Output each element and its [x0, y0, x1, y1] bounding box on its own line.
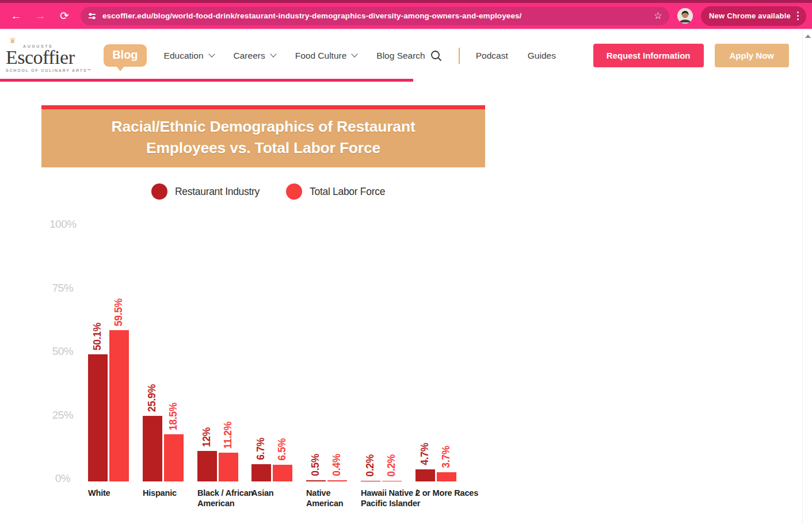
new-chrome-label: New Chrome available — [709, 12, 791, 20]
legend-dot — [151, 183, 167, 200]
chevron-down-icon — [270, 51, 276, 57]
browser-toolbar: ← → ⟳ escoffier.edu/blog/world-food-drin… — [0, 3, 812, 29]
nav-item-blog-search[interactable]: Blog Search — [376, 49, 442, 62]
bookmark-star-icon[interactable]: ☆ — [654, 10, 662, 22]
scroll-up-arrow-icon[interactable] — [805, 35, 811, 38]
logo-name-text: Escoffier — [6, 48, 92, 67]
legend-label: Restaurant Industry — [175, 186, 260, 198]
search-icon — [430, 49, 443, 62]
nav-label: Podcast — [476, 51, 508, 61]
bar-value-label: 6.7% — [256, 438, 266, 460]
chart-legend: Restaurant IndustryTotal Labor Force — [151, 183, 812, 200]
chart-title: Racial/Ethnic Demographics of Restaurant… — [41, 109, 485, 167]
bar: 3.7% — [437, 472, 456, 481]
logo-tagline-text: SCHOOL OF CULINARY ARTS™ — [6, 68, 92, 72]
chart-title-line1: Racial/Ethnic Demographics of Restaurant — [47, 116, 479, 137]
url-text[interactable]: escoffier.edu/blog/world-food-drink/rest… — [102, 12, 648, 20]
bar-group: 6.7%6.5%Asian — [251, 464, 292, 481]
bar: 4.7% — [415, 469, 435, 481]
nav-item-food-culture[interactable]: Food Culture — [295, 51, 357, 61]
forward-icon[interactable]: → — [32, 8, 48, 24]
browser-menu-icon[interactable] — [795, 12, 800, 20]
chevron-down-icon — [208, 51, 215, 57]
bar-value-label: 25.9% — [147, 384, 158, 412]
bar-group: 0.2%0.2%Hawaii Native /Pacific Islander — [361, 481, 402, 481]
y-tick-label: 25% — [49, 410, 76, 421]
nav-divider — [459, 48, 460, 64]
bar-group: 25.9%18.5%Hispanic — [143, 416, 184, 481]
bar: 6.7% — [251, 464, 271, 481]
page-scrollbar[interactable] — [802, 30, 812, 524]
nav-label: Education — [164, 51, 204, 61]
bar: 0.2% — [361, 481, 380, 481]
blog-badge[interactable]: Blog — [104, 44, 146, 67]
browser-chrome: ← → ⟳ escoffier.edu/blog/world-food-drin… — [0, 0, 812, 29]
bar: 25.9% — [143, 416, 162, 481]
crown-icon: ♛ — [9, 36, 16, 45]
chart-plot: 0%25%50%75%100%50.1%59.5%White25.9%18.5%… — [0, 223, 812, 481]
site-header: ♛ AUGUSTE Escoffier SCHOOL OF CULINARY A… — [0, 29, 812, 82]
y-tick-label: 0% — [49, 473, 76, 484]
bar-group: 0.5%0.4%NativeAmerican — [306, 480, 347, 481]
bar-value-label: 0.2% — [387, 454, 397, 477]
apply-now-button[interactable]: Apply Now — [715, 44, 790, 67]
category-label: 2 or More Races — [415, 488, 480, 498]
nav-label: Blog Search — [376, 51, 425, 61]
nav-item-guides[interactable]: Guides — [528, 51, 556, 61]
bar-group: 4.7%3.7%2 or More Races — [415, 469, 456, 481]
legend-dot — [286, 183, 302, 200]
bar: 6.5% — [273, 465, 292, 481]
back-icon[interactable]: ← — [8, 8, 24, 24]
bar-value-label: 59.5% — [114, 299, 124, 326]
site-info-icon[interactable] — [87, 12, 97, 21]
main-nav: Education Careers Food Culture Blog Sear… — [164, 48, 556, 64]
bar-value-label: 3.7% — [441, 446, 452, 468]
escoffier-logo[interactable]: ♛ AUGUSTE Escoffier SCHOOL OF CULINARY A… — [6, 39, 92, 72]
nav-item-careers[interactable]: Careers — [234, 51, 276, 61]
bar: 50.1% — [88, 354, 108, 481]
bar-group: 12%11.2%Black / AfricanAmerican — [197, 451, 238, 481]
new-chrome-available-button[interactable]: New Chrome available — [701, 6, 806, 26]
nav-label: Guides — [528, 51, 556, 61]
bar: 0.5% — [306, 480, 326, 481]
banner-red-strip — [41, 105, 485, 109]
bar-value-label: 6.5% — [277, 438, 288, 461]
nav-item-education[interactable]: Education — [164, 51, 214, 61]
demographics-chart: Racial/Ethnic Demographics of Restaurant… — [0, 105, 812, 481]
nav-item-podcast[interactable]: Podcast — [476, 51, 508, 61]
bar: 0.2% — [382, 481, 402, 481]
bar-value-label: 12% — [202, 427, 212, 447]
bar-value-label: 50.1% — [93, 323, 103, 350]
chart-title-line2: Employees vs. Total Labor Force — [47, 137, 479, 159]
bar: 59.5% — [109, 330, 129, 481]
legend-label: Total Labor Force — [310, 186, 385, 198]
profile-avatar[interactable] — [677, 8, 693, 24]
y-tick-label: 50% — [49, 346, 76, 357]
bar-value-label: 0.5% — [311, 454, 321, 476]
legend-item: Total Labor Force — [286, 183, 385, 200]
bar-value-label: 11.2% — [223, 422, 234, 449]
address-bar[interactable]: escoffier.edu/blog/world-food-drink/rest… — [81, 7, 669, 25]
y-tick-label: 100% — [49, 219, 76, 230]
legend-item: Restaurant Industry — [151, 183, 260, 200]
header-accent-underline — [0, 79, 413, 82]
bar: 11.2% — [219, 453, 238, 481]
chart-title-banner: Racial/Ethnic Demographics of Restaurant… — [41, 105, 485, 167]
bar-group: 50.1%59.5%White — [88, 330, 129, 481]
nav-label: Food Culture — [295, 51, 347, 61]
bar: 18.5% — [164, 434, 184, 481]
bar: 0.4% — [327, 480, 347, 481]
bar-value-label: 0.2% — [365, 454, 376, 477]
bar: 12% — [197, 451, 217, 481]
request-information-button[interactable]: Request Information — [593, 44, 704, 67]
y-tick-label: 75% — [49, 282, 76, 294]
refresh-icon[interactable]: ⟳ — [56, 8, 73, 24]
chevron-down-icon — [352, 51, 358, 57]
bar-value-label: 18.5% — [169, 403, 179, 430]
nav-label: Careers — [234, 51, 265, 61]
bar-value-label: 0.4% — [332, 454, 342, 476]
bar-value-label: 4.7% — [420, 443, 430, 465]
